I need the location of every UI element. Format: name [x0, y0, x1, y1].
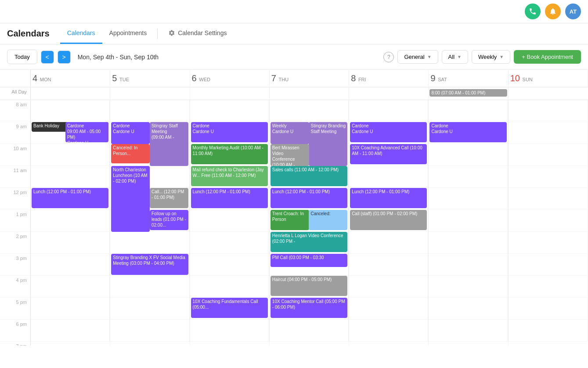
bell-icon[interactable]	[545, 4, 561, 19]
event-cardone-mon[interactable]: Cardone09:00 AM - 05:00 PM)Cardone U	[65, 122, 108, 142]
event-lunch-wed[interactable]: Lunch (12:00 PM - 01:00 PM)	[191, 188, 268, 208]
today-button[interactable]: Today	[7, 50, 37, 64]
allday-event[interactable]: 8:00 (07:00 AM - 01:00 PM)	[429, 89, 507, 97]
event-haircut-thu[interactable]: Haircut (04:00 PM - 05:00 PM)	[271, 276, 347, 296]
event-lunch-mon[interactable]: Lunch (12:00 PM - 01:00 PM)	[32, 188, 108, 208]
col-wednesday: CardoneCardone U Monthly Marketing Audit…	[190, 100, 270, 346]
event-lunch-thu[interactable]: Lunch (12:00 PM - 01:00 PM)	[271, 188, 347, 208]
allday-sat: 8:00 (07:00 AM - 01:00 PM)	[429, 87, 508, 100]
col-tuesday: CardoneCardone U Stingray Staff Meeting(…	[110, 100, 190, 346]
chevron-down-icon: ▼	[427, 54, 432, 59]
event-monthly-marketing[interactable]: Monthly Marketing Audit (10:00 AM - 11:0…	[191, 144, 268, 164]
topbar: AT	[0, 0, 588, 23]
event-followup-tue[interactable]: Follow up on leads (01:00 PM - 02:00...	[150, 210, 188, 230]
time-2pm: 2 pm	[0, 232, 31, 254]
header-sun: 10 Sun	[509, 70, 588, 87]
event-north-charleston[interactable]: North Charleston Luncheon (10 AM - 02:00…	[111, 166, 150, 232]
header-sat: 9 Sat	[429, 70, 508, 87]
event-canceled-thu[interactable]: Canceled:	[309, 210, 347, 230]
col-monday: Bank Holiday Cardone09:00 AM - 05:00 PM)…	[31, 100, 110, 346]
event-bert-thu[interactable]: Bert Mirassen Video Conference (10:00 AM…	[271, 144, 309, 166]
col-sunday	[509, 100, 588, 346]
next-button[interactable]: >	[58, 51, 71, 64]
time-6pm: 6 pm	[0, 320, 31, 342]
allday-label: All Day	[0, 87, 31, 100]
event-stingray-social-tue[interactable]: Stingray Branding X FV Social Media Meet…	[111, 254, 188, 275]
time-1pm: 1 pm	[0, 210, 31, 232]
all-dropdown[interactable]: All ▼	[442, 50, 468, 64]
toolbar: Today < > Mon, Sep 4th - Sun, Sep 10th ?…	[0, 44, 588, 70]
event-lunch-fri[interactable]: Lunch (12:00 PM - 01:00 PM)	[350, 188, 427, 208]
nav-divider	[157, 29, 158, 39]
time-4pm: 4 pm	[0, 276, 31, 298]
header-tue: 5 Tue	[110, 70, 190, 87]
event-10x-coaching-wed[interactable]: 10X Coaching Fundamentals Call (05:00...	[191, 298, 268, 318]
book-appointment-button[interactable]: + Book Appointment	[514, 50, 581, 64]
allday-wed	[190, 87, 270, 100]
event-pm-call-thu[interactable]: PM Call (03:00 PM - 03:30	[271, 254, 347, 267]
time-3pm: 3 pm	[0, 254, 31, 276]
col-friday: CardoneCardone U 10X Coaching Advanced C…	[349, 100, 429, 346]
event-call-tue[interactable]: Call... (12:00 PM - 01:00 PM)	[150, 188, 188, 208]
event-cardone-wed[interactable]: CardoneCardone U	[191, 122, 268, 142]
help-icon[interactable]: ?	[383, 52, 394, 62]
chevron-down-icon: ▼	[457, 54, 462, 59]
event-call-fri[interactable]: Call (staff) (01:00 PM - 02:00 PM)	[350, 210, 427, 230]
time-grid: 8 am 9 am 10 am 11 am 12 pm 1 pm 2 pm 3 …	[0, 100, 588, 346]
event-cardone-tue-1[interactable]: CardoneCardone U	[111, 122, 150, 144]
time-labels: 8 am 9 am 10 am 11 am 12 pm 1 pm 2 pm 3 …	[0, 100, 31, 346]
time-5pm: 5 pm	[0, 298, 31, 320]
allday-row: All Day 8:00 (07:00 AM - 01:00 PM)	[0, 87, 588, 100]
nav: Calendars Calendars Appointments Calenda…	[0, 23, 588, 44]
event-canceled-person-tue[interactable]: Canceled: In Person...	[111, 144, 150, 163]
calendar-header: 4 Mon 5 Tue 6 Wed 7 Thu 8 Fri 9 Sat 10 S…	[0, 70, 588, 87]
event-10x-coaching-thu[interactable]: 10X Coaching Mentor Call (05:00 PM - 06:…	[271, 298, 347, 318]
allday-thu	[270, 87, 349, 100]
header-mon: 4 Mon	[31, 70, 110, 87]
tab-appointments[interactable]: Appointments	[102, 23, 154, 44]
time-7pm: 7 pm	[0, 342, 31, 346]
event-stingray-branding-thu[interactable]: Stingray Branding Staff Meeting	[309, 122, 347, 166]
col-thursday: WeeklyCardone U Stingray Branding Staff …	[270, 100, 349, 346]
chevron-down-icon: ▼	[499, 54, 504, 59]
event-weekly-thu[interactable]: WeeklyCardone U	[271, 122, 309, 144]
event-trent-thu[interactable]: Trent Croach: In Person	[271, 210, 309, 230]
event-cardone-sat[interactable]: CardoneCardone U	[429, 122, 506, 142]
event-cardone-fri[interactable]: CardoneCardone U	[350, 122, 427, 142]
date-range: Mon, Sep 4th - Sun, Sep 10th	[78, 54, 159, 61]
nav-title: Calendars	[7, 29, 50, 39]
col-saturday: CardoneCardone U	[429, 100, 508, 346]
general-dropdown[interactable]: General ▼	[397, 50, 438, 64]
event-stingray-tue[interactable]: Stingray Staff Meeting(09:00 AM -	[150, 122, 188, 166]
time-9am: 9 am	[0, 122, 31, 144]
allday-tue	[110, 87, 190, 100]
settings-label: Calendar Settings	[178, 29, 227, 36]
prev-button[interactable]: <	[41, 51, 54, 64]
tab-calendars[interactable]: Calendars	[60, 23, 102, 44]
avatar[interactable]: AT	[565, 4, 581, 19]
event-mail-refund[interactable]: Mail refund check to Charleston (Jay W..…	[191, 166, 268, 186]
time-11am: 11 am	[0, 166, 31, 188]
weekly-dropdown[interactable]: Weekly ▼	[472, 50, 510, 64]
tab-calendar-settings[interactable]: Calendar Settings	[161, 23, 234, 44]
time-12pm: 12 pm	[0, 188, 31, 210]
event-sales-call-thu[interactable]: Sales calls (11:00 AM - 12:00 PM)	[271, 166, 347, 186]
allday-sun	[509, 87, 588, 100]
time-8am: 8 am	[0, 100, 31, 122]
allday-mon	[31, 87, 110, 100]
calendar: 4 Mon 5 Tue 6 Wed 7 Thu 8 Fri 9 Sat 10 S…	[0, 70, 588, 346]
header-wed: 6 Wed	[190, 70, 270, 87]
event-henrietta-thu[interactable]: Henrietta L Logan Video Conference (02:0…	[271, 232, 347, 252]
time-10am: 10 am	[0, 144, 31, 166]
event-10x-coaching-fri[interactable]: 10X Coaching Advanced Call (10:00 AM - 1…	[350, 144, 427, 164]
phone-icon[interactable]	[525, 4, 541, 19]
header-thu: 7 Thu	[270, 70, 349, 87]
header-fri: 8 Fri	[349, 70, 429, 87]
allday-fri	[349, 87, 429, 100]
